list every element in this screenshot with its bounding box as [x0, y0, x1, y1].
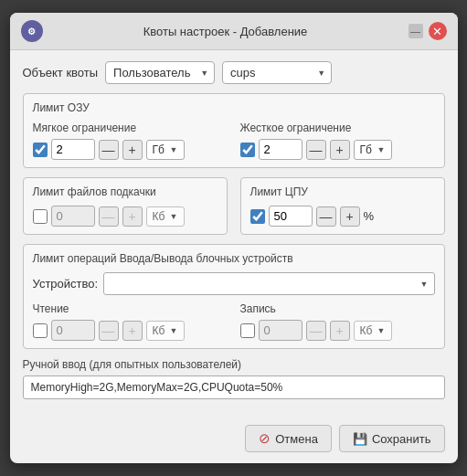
cpu-unit-label: %	[364, 209, 375, 223]
io-write-unit-select[interactable]: Кб	[354, 321, 392, 341]
ram-hard-subsection: Жесткое ограничение — + Гб	[240, 122, 435, 160]
quota-name-select[interactable]: cups	[222, 61, 332, 84]
swap-section: Лимит файлов подкачки — + Кб	[23, 177, 228, 235]
ram-hard-unit-select[interactable]: Гб	[354, 140, 392, 160]
io-write-input[interactable]	[259, 320, 302, 341]
quota-type-select[interactable]: Пользователь	[105, 61, 215, 84]
cpu-checkbox[interactable]	[250, 209, 265, 224]
footer: ⊘ Отмена 💾 Сохранить	[10, 419, 458, 463]
manual-section: Ручной ввод (для опытных пользователей)	[23, 358, 445, 399]
ram-soft-plus-button[interactable]: +	[122, 140, 143, 160]
ram-subsections: Мягкое ограничение — + Гб	[33, 122, 435, 160]
ram-hard-checkbox[interactable]	[240, 143, 255, 157]
cpu-spin-row: — + %	[250, 206, 435, 227]
swap-plus-button[interactable]: +	[122, 206, 143, 227]
swap-checkbox[interactable]	[33, 209, 48, 224]
object-quota-label: Объект квоты	[23, 66, 99, 79]
io-section-title: Лимит операций Ввода/Вывода блочных устр…	[33, 252, 435, 265]
device-row: Устройство:	[33, 272, 435, 295]
io-write-label: Запись	[240, 302, 435, 315]
cpu-plus-button[interactable]: +	[340, 206, 360, 227]
ram-soft-subsection: Мягкое ограничение — + Гб	[33, 122, 228, 160]
cpu-section-title: Лимит ЦПУ	[250, 185, 435, 198]
cancel-label: Отмена	[275, 432, 318, 446]
io-read-input[interactable]	[51, 320, 95, 341]
ram-section: Лимит ОЗУ Мягкое ограничение — + Гб	[23, 93, 445, 168]
cpu-input[interactable]	[269, 206, 313, 227]
save-label: Сохранить	[372, 432, 431, 446]
object-quota-row: Объект квоты Пользователь cups	[23, 61, 445, 84]
quota-name-wrapper: cups	[222, 61, 332, 84]
manual-input[interactable]	[23, 376, 445, 399]
dialog: ⚙ Квоты настроек - Добавление — ✕ Объект…	[10, 13, 458, 463]
swap-section-title: Лимит файлов подкачки	[33, 185, 218, 198]
device-select[interactable]	[103, 272, 434, 295]
device-select-wrapper	[103, 272, 434, 295]
swap-unit-wrapper: Кб	[146, 206, 185, 227]
ram-soft-input[interactable]	[51, 139, 95, 160]
save-button[interactable]: 💾 Сохранить	[339, 425, 445, 452]
swap-spin-row: — + Кб	[33, 206, 218, 227]
save-icon: 💾	[353, 432, 367, 446]
io-read-label: Чтение	[33, 302, 228, 315]
io-write-plus-button[interactable]: +	[330, 321, 350, 341]
io-read-checkbox[interactable]	[33, 323, 48, 338]
quota-type-wrapper: Пользователь	[105, 61, 215, 84]
close-button[interactable]: ✕	[429, 22, 447, 40]
minimize-button[interactable]: —	[409, 24, 423, 38]
swap-unit-select[interactable]: Кб	[146, 206, 185, 227]
io-read-unit-wrapper: Кб	[146, 321, 185, 341]
ram-soft-unit-select[interactable]: Гб	[146, 140, 185, 160]
io-read-plus-button[interactable]: +	[122, 321, 143, 341]
dialog-title: Квоты настроек - Добавление	[43, 25, 409, 38]
io-read-subsection: Чтение — + Кб	[33, 302, 228, 341]
io-write-subsection: Запись — + Кб	[240, 302, 435, 341]
ram-hard-input[interactable]	[259, 139, 302, 160]
device-label: Устройство:	[33, 277, 99, 291]
ram-soft-minus-button[interactable]: —	[99, 140, 119, 160]
ram-hard-minus-button[interactable]: —	[306, 140, 326, 160]
ram-soft-label: Мягкое ограничение	[33, 122, 228, 134]
io-write-unit-wrapper: Кб	[354, 321, 392, 341]
app-icon: ⚙	[21, 20, 43, 42]
ram-hard-plus-button[interactable]: +	[330, 140, 350, 160]
swap-minus-button[interactable]: —	[99, 206, 119, 227]
ram-soft-spin-row: — + Гб	[33, 139, 228, 160]
ram-soft-checkbox[interactable]	[33, 143, 48, 157]
io-write-minus-button[interactable]: —	[306, 321, 326, 341]
manual-label: Ручной ввод (для опытных пользователей)	[23, 358, 445, 371]
cancel-button[interactable]: ⊘ Отмена	[245, 425, 332, 452]
io-write-checkbox[interactable]	[240, 323, 255, 338]
io-subsections: Чтение — + Кб Запис	[33, 302, 435, 341]
ram-section-title: Лимит ОЗУ	[33, 101, 435, 114]
io-read-minus-button[interactable]: —	[99, 321, 119, 341]
io-write-spin-row: — + Кб	[240, 320, 435, 341]
ram-hard-spin-row: — + Гб	[240, 139, 435, 160]
io-read-unit-select[interactable]: Кб	[146, 321, 185, 341]
ram-soft-unit-wrapper: Гб	[146, 140, 185, 160]
titlebar: ⚙ Квоты настроек - Добавление — ✕	[10, 13, 458, 50]
cpu-minus-button[interactable]: —	[316, 206, 336, 227]
ram-hard-label: Жесткое ограничение	[240, 122, 435, 134]
io-read-spin-row: — + Кб	[33, 320, 228, 341]
cpu-section: Лимит ЦПУ — + %	[240, 177, 445, 235]
ram-hard-unit-wrapper: Гб	[354, 140, 392, 160]
dialog-content: Объект квоты Пользователь cups Лимит ОЗУ…	[10, 50, 458, 419]
cancel-icon: ⊘	[259, 430, 271, 447]
io-section: Лимит операций Ввода/Вывода блочных устр…	[23, 244, 445, 349]
swap-cpu-row: Лимит файлов подкачки — + Кб Лимит ЦПУ	[23, 177, 445, 235]
titlebar-controls: — ✕	[409, 22, 447, 40]
swap-input[interactable]	[51, 206, 95, 227]
